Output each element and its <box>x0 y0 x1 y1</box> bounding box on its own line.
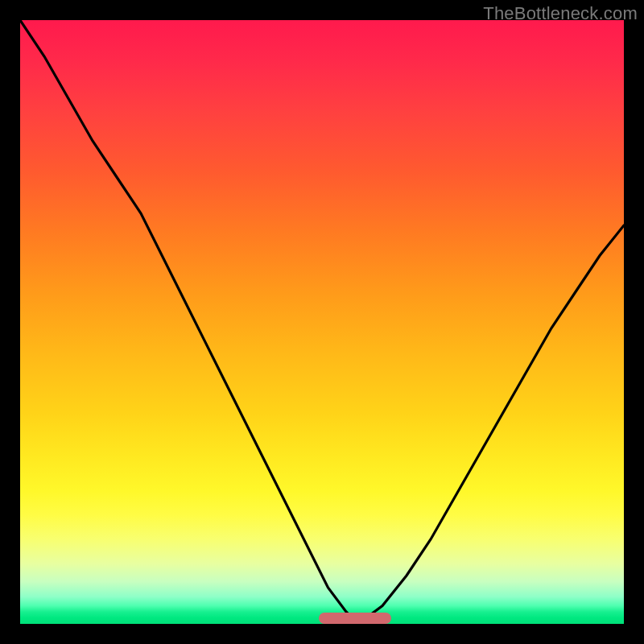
curve-svg <box>20 20 624 624</box>
plot-area <box>20 20 624 624</box>
optimum-marker <box>319 613 391 624</box>
bottleneck-curve <box>20 20 624 624</box>
watermark-text: TheBottleneck.com <box>483 3 638 24</box>
chart-container: TheBottleneck.com <box>0 0 644 644</box>
